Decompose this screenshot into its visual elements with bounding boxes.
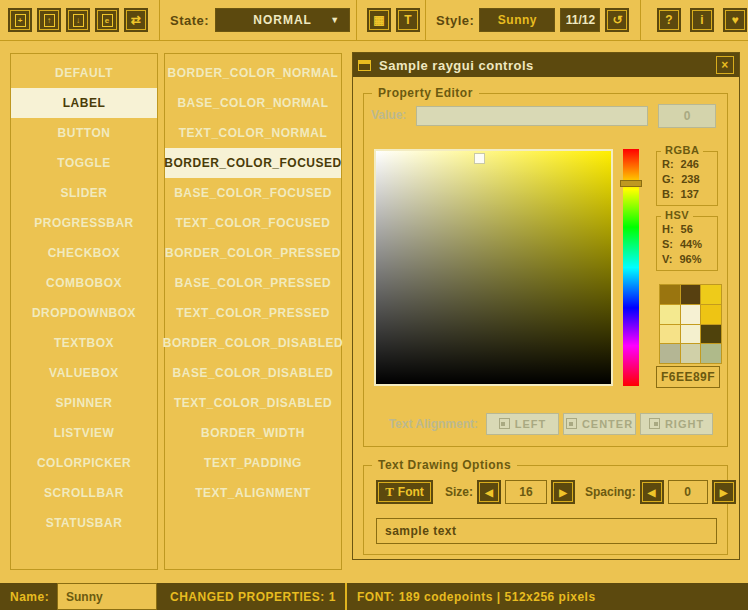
control-list-item[interactable]: STATUSBAR [11,508,157,538]
alignment-toggle-button[interactable]: RIGHT [640,413,713,435]
window-icon [358,60,371,71]
alignment-toggle-button[interactable]: CENTER [563,413,636,435]
rgba-g-row: G: 238 [657,172,717,187]
style-color-palette [659,284,722,364]
palette-color-cell[interactable] [681,285,701,304]
h-value: 56 [681,222,693,237]
control-list-item[interactable]: TOGGLE [11,148,157,178]
close-icon[interactable]: × [716,56,734,74]
property-list-item[interactable]: TEXT_COLOR_DISABLED [165,388,341,418]
controls-listview: DEFAULT LABEL BUTTON TOGGLE SLIDER PROGR… [10,53,158,570]
palette-color-cell[interactable] [681,305,701,324]
property-list-item[interactable]: TEXT_PADDING [165,448,341,478]
control-list-item[interactable]: SLIDER [11,178,157,208]
property-list-item[interactable]: BASE_COLOR_DISABLED [165,358,341,388]
hex-color-box[interactable]: F6EE89F [656,366,720,388]
control-list-item[interactable]: LABEL [11,88,157,118]
file-icon: e [102,14,113,27]
help-tool-button[interactable]: ♥ [723,8,747,32]
view-tool-button[interactable]: ▦ [367,8,391,32]
style-name-button[interactable]: Sunny [479,8,555,32]
rgba-group: RGBA R: 246 G: 238 B: 137 [656,151,718,206]
size-value-box[interactable]: 16 [505,480,547,504]
style-name-input[interactable] [57,583,157,610]
property-list-item[interactable]: TEXT_ALIGNMENT [165,478,341,508]
palette-color-cell[interactable] [701,285,721,304]
palette-color-cell[interactable] [701,305,721,324]
property-list-item[interactable]: BORDER_COLOR_FOCUSED [165,148,341,178]
property-list-item[interactable]: BASE_COLOR_FOCUSED [165,178,341,208]
state-label: State: [170,13,209,28]
property-list-item[interactable]: BORDER_COLOR_DISABLED [165,328,341,358]
control-list-item[interactable]: PROGRESSBAR [11,208,157,238]
file-tool-button[interactable]: ↓ [66,8,90,32]
control-list-item[interactable]: DROPDOWNBOX [11,298,157,328]
property-list-item[interactable]: BORDER_WIDTH [165,418,341,448]
value-label: Value: [371,108,406,122]
control-list-item[interactable]: COLORPICKER [11,448,157,478]
alignment-button-label: LEFT [515,418,547,430]
file-tool-button[interactable]: e [95,8,119,32]
spacing-increase-button[interactable]: ▶ [712,480,736,504]
toolbar-file-section: + ↑ ↓ e ⇄ [0,0,160,40]
alignment-toggle-button[interactable]: LEFT [486,413,559,435]
control-list-item[interactable]: CHECKBOX [11,238,157,268]
property-list-item[interactable]: TEXT_COLOR_PRESSED [165,298,341,328]
s-value: 44% [680,237,702,252]
rguistyler-app: { "colors": { "background": "#ECC351", "… [0,0,748,610]
size-decrease-button[interactable]: ◀ [477,480,501,504]
palette-color-cell[interactable] [701,344,721,363]
property-list-item[interactable]: BASE_COLOR_NORMAL [165,88,341,118]
hue-bar[interactable] [623,149,639,386]
text-alignment-row: Text Alignment: LEFT CENTER R [364,412,713,435]
control-list-item[interactable]: VALUEBOX [11,358,157,388]
property-list-item[interactable]: TEXT_COLOR_NORMAL [165,118,341,148]
control-list-item[interactable]: TEXTBOX [11,328,157,358]
s-label: S: [662,237,673,252]
hsv-s-row: S: 44% [657,237,717,252]
file-tool-button[interactable]: ↑ [37,8,61,32]
font-info-status: FONT: 189 codepoints | 512x256 pixels [357,583,596,610]
spacing-value-box[interactable]: 0 [668,480,708,504]
size-increase-button[interactable]: ▶ [551,480,575,504]
font-button[interactable]: T Font [376,480,433,504]
spacing-decrease-button[interactable]: ◀ [640,480,664,504]
value-box[interactable]: 0 [658,104,716,128]
control-list-item[interactable]: COMBOBOX [11,268,157,298]
palette-color-cell[interactable] [660,344,680,363]
control-list-item[interactable]: DEFAULT [11,58,157,88]
style-counter: 11/12 [560,8,600,32]
value-slider[interactable] [416,106,648,126]
palette-color-cell[interactable] [701,325,721,344]
color-picker-panel[interactable] [374,149,613,386]
alignment-button-label: CENTER [582,418,633,430]
file-tool-button[interactable]: + [8,8,32,32]
sample-text-input[interactable] [376,518,717,544]
toolbar: + ↑ ↓ e ⇄ State: NORMAL ▼ [0,0,748,41]
view-tool-button[interactable]: T [396,8,420,32]
help-tool-button[interactable]: i [690,8,714,32]
property-list-item[interactable]: BORDER_COLOR_PRESSED [165,238,341,268]
file-tool-button[interactable]: ⇄ [124,8,148,32]
control-list-item[interactable]: BUTTON [11,118,157,148]
property-list-item[interactable]: BORDER_COLOR_NORMAL [165,58,341,88]
color-picker-cursor[interactable] [474,153,485,164]
help-tool-button[interactable]: ? [657,8,681,32]
control-list-item[interactable]: SPINNER [11,388,157,418]
palette-color-cell[interactable] [681,325,701,344]
palette-color-cell[interactable] [681,344,701,363]
style-reload-button[interactable]: ↺ [605,8,629,32]
window-titlebar[interactable]: Sample raygui controls × [353,53,739,77]
palette-color-cell[interactable] [660,325,680,344]
control-list-item[interactable]: SCROLLBAR [11,478,157,508]
hue-cursor[interactable] [620,180,642,187]
property-list-item[interactable]: BASE_COLOR_PRESSED [165,268,341,298]
state-dropdown[interactable]: NORMAL ▼ [215,8,350,32]
statusbar: Name: CHANGED PROPERTIES: 1 FONT: 189 co… [0,583,748,610]
file-icon: + [15,14,26,27]
palette-color-cell[interactable] [660,305,680,324]
help-icon: ♥ [731,13,738,27]
control-list-item[interactable]: LISTVIEW [11,418,157,448]
palette-color-cell[interactable] [660,285,680,304]
property-list-item[interactable]: TEXT_COLOR_FOCUSED [165,208,341,238]
